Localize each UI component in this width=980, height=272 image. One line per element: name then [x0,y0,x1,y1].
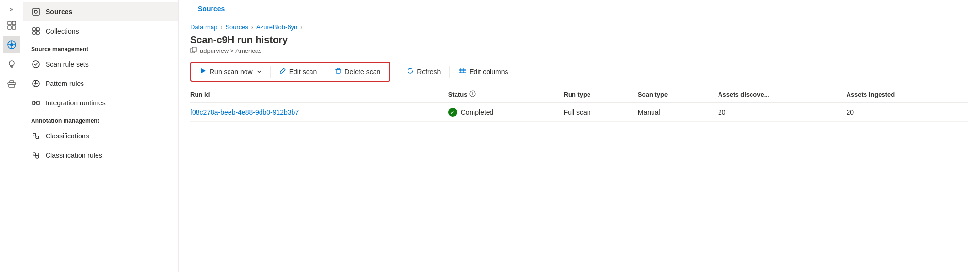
toolbar-secondary-group: Refresh Edit columns [402,65,513,79]
run-scan-label: Run scan now [210,68,253,76]
expand-rail-icon[interactable]: » [8,4,15,15]
sidebar-item-collections[interactable]: Collections [23,21,178,41]
col-header-run-id[interactable]: Run id [190,86,448,103]
copy-icon[interactable] [190,47,197,55]
edit-icon [279,68,286,76]
col-header-assets-ingested[interactable]: Assets ingested [847,86,969,103]
edit-scan-button[interactable]: Edit scan [275,65,322,79]
svg-rect-25 [33,101,35,105]
page-title: Scan-c9H run history [190,34,968,46]
svg-rect-39 [336,69,340,73]
pattern-icon [31,79,41,88]
sidebar-classification-rules-label: Classification rules [46,152,102,159]
breadcrumb-sep-3: › [300,24,302,31]
toolbar-inner-divider-1 [270,66,271,78]
sidebar: Sources Collections Source management Sc… [23,0,179,272]
breadcrumb-datamap[interactable]: Data map [190,23,217,31]
svg-point-8 [9,61,14,66]
breadcrumb-sources[interactable]: Sources [225,23,248,31]
table-row: f08c278a-beeb-4e88-9db0-912b3b7 ✓ Comple… [190,103,968,122]
col-header-status[interactable]: Status [448,86,564,103]
col-header-scan-type[interactable]: Scan type [638,86,718,103]
edit-scan-label: Edit scan [289,68,317,76]
sidebar-integration-label: Integration runtimes [46,99,106,107]
sidebar-sources-label: Sources [46,8,72,16]
sidebar-collections-label: Collections [46,27,79,35]
svg-rect-20 [36,32,39,34]
completed-icon: ✓ [448,108,457,117]
icon-rail: » [0,0,23,272]
integration-icon [31,98,41,108]
sidebar-scan-rule-sets-label: Scan rule sets [46,60,89,68]
svg-point-28 [33,133,36,136]
svg-line-24 [35,81,36,86]
tab-sources[interactable]: Sources [190,1,232,17]
toolbar-inner-divider-2 [326,66,326,78]
refresh-button[interactable]: Refresh [402,65,445,79]
cell-scan-type: Manual [638,103,718,122]
svg-rect-1 [12,21,16,25]
source-mgmt-header: Source management [23,41,178,54]
chevron-down-icon[interactable] [257,68,261,76]
sidebar-item-integration-runtimes[interactable]: Integration runtimes [23,93,178,113]
sidebar-classifications-label: Classifications [46,132,89,140]
col-header-run-type[interactable]: Run type [564,86,638,103]
svg-rect-17 [33,28,35,31]
sidebar-item-classification-rules[interactable]: Classification rules [23,146,178,165]
sidebar-item-sources[interactable]: Sources [23,2,178,21]
edit-columns-button[interactable]: Edit columns [454,65,513,79]
datamap-rail-icon[interactable] [3,36,20,53]
sources-icon [31,7,41,17]
svg-rect-37 [192,47,196,52]
svg-marker-38 [201,68,206,73]
svg-rect-19 [33,32,35,34]
annotation-mgmt-header: Annotation management [23,113,178,126]
breadcrumb-azureblob[interactable]: AzureBlob-6yn [256,23,297,31]
svg-point-29 [36,136,39,139]
page-subtitle: adpurview > Americas [190,47,968,55]
svg-rect-3 [12,26,16,29]
svg-point-51 [473,92,473,93]
svg-rect-2 [8,26,11,29]
status-text: Completed [461,108,494,116]
refresh-label: Refresh [417,68,441,76]
svg-point-31 [33,153,36,155]
col-header-assets-discovered[interactable]: Assets discove... [718,86,846,103]
delete-scan-button[interactable]: Delete scan [330,65,385,79]
delete-scan-label: Delete scan [344,68,380,76]
svg-rect-18 [36,28,39,31]
tools-rail-icon[interactable] [3,75,20,92]
run-id-link[interactable]: f08c278a-beeb-4e88-9db0-912b3b7 [190,108,299,116]
svg-rect-13 [9,85,15,87]
grid-rail-icon[interactable] [3,17,20,34]
sidebar-item-pattern-rules[interactable]: Pattern rules [23,74,178,93]
cell-run-type: Full scan [564,103,638,122]
toolbar: Run scan now Edit scan [179,57,980,86]
svg-point-16 [34,10,37,13]
main-content: Sources Data map › Sources › AzureBlob-6… [179,0,980,272]
sidebar-pattern-rules-label: Pattern rules [46,80,84,87]
cell-assets-discovered: 20 [718,103,846,122]
status-info-icon[interactable] [469,90,476,99]
svg-rect-0 [8,21,11,25]
toolbar-separator [396,64,396,80]
refresh-icon [407,68,414,76]
svg-rect-14 [10,81,14,83]
sidebar-item-scan-rule-sets[interactable]: Scan rule sets [23,54,178,74]
breadcrumb-sep-2: › [251,24,253,31]
sidebar-item-classifications[interactable]: Classifications [23,126,178,146]
run-scan-now-button[interactable]: Run scan now [195,65,266,79]
data-table-container: Run id Status [179,86,980,122]
status-cell: ✓ Completed [448,108,558,117]
collections-icon [31,26,41,36]
top-tab-bar: Sources [179,0,980,17]
breadcrumb-sep-1: › [220,24,222,31]
breadcrumb: Data map › Sources › AzureBlob-6yn › [179,17,980,31]
cell-assets-ingested: 20 [847,103,969,122]
subtitle-text: adpurview > Americas [200,47,262,54]
insights-rail-icon[interactable] [3,55,20,73]
edit-columns-label: Edit columns [469,68,508,76]
svg-rect-15 [33,8,39,15]
classify-icon [31,131,41,141]
page-header: Scan-c9H run history adpurview > America… [179,31,980,57]
